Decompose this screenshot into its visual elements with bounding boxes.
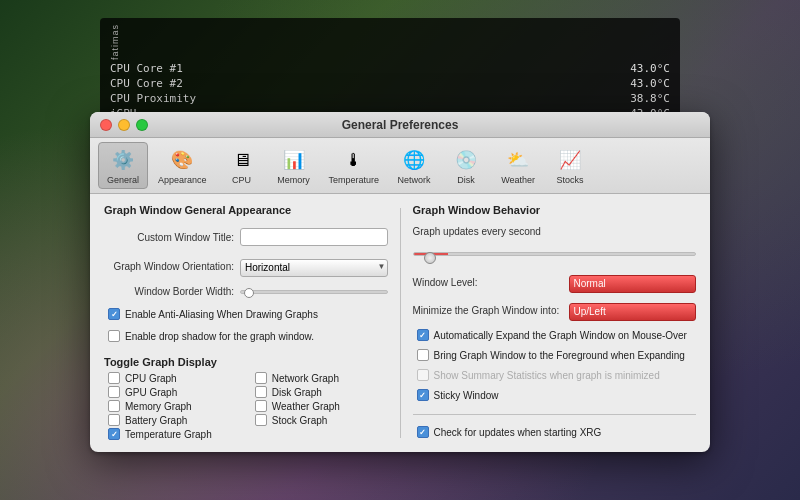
foreground-checkbox[interactable]	[417, 349, 429, 361]
cpu-graph-label: CPU Graph	[125, 373, 177, 384]
border-width-label: Window Border Width:	[104, 286, 234, 297]
sticky-checkbox[interactable]	[417, 389, 429, 401]
cpu-graph-checkbox[interactable]	[108, 372, 120, 384]
toolbar-stocks[interactable]: 📈 Stocks	[545, 143, 595, 188]
network-icon: 🌐	[400, 146, 428, 174]
left-section-title: Graph Window General Appearance	[104, 204, 388, 216]
speed-thumb[interactable]	[424, 252, 436, 264]
dropshadow-row: Enable drop shadow for the graph window.	[104, 330, 388, 342]
toolbar-disk[interactable]: 💿 Disk	[441, 143, 491, 188]
battery-graph-label: Battery Graph	[125, 415, 187, 426]
weather-graph-label: Weather Graph	[272, 401, 340, 412]
stock-graph-checkbox[interactable]	[255, 414, 267, 426]
border-width-track	[240, 290, 388, 294]
vertical-divider	[400, 208, 401, 438]
cpu-graph-row: CPU Graph	[104, 372, 241, 384]
minimize-button[interactable]	[118, 119, 130, 131]
appearance-icon: 🎨	[168, 146, 196, 174]
sticky-label: Sticky Window	[434, 390, 499, 401]
minimize-select[interactable]: Up/Left Down/Right	[569, 303, 697, 321]
general-icon: ⚙️	[109, 146, 137, 174]
border-width-row: Window Border Width:	[104, 286, 388, 297]
sensor-row-2: CPU Core #2 43.0°C	[110, 77, 670, 90]
dropshadow-label: Enable drop shadow for the graph window.	[125, 331, 314, 342]
custom-title-row: Custom Window Title:	[104, 228, 388, 246]
toolbar-temperature[interactable]: 🌡 Temperature	[321, 143, 388, 188]
stock-graph-row: Stock Graph	[251, 414, 388, 426]
cpu-icon: 🖥	[228, 146, 256, 174]
memory-graph-checkbox[interactable]	[108, 400, 120, 412]
orientation-row: Graph Window Orientation: Horizontal Ver…	[104, 257, 388, 275]
battery-graph-checkbox[interactable]	[108, 414, 120, 426]
temperature-graph-checkbox[interactable]	[108, 428, 120, 440]
network-graph-row: Network Graph	[251, 372, 388, 384]
right-divider	[413, 414, 697, 415]
minimize-select-wrap: Up/Left Down/Right	[569, 301, 697, 319]
close-button[interactable]	[100, 119, 112, 131]
network-label: Network	[398, 175, 431, 185]
weather-label: Weather	[501, 175, 535, 185]
right-panel: Graph Window Behavior Graph updates ever…	[413, 204, 697, 442]
disk-graph-row: Disk Graph	[251, 386, 388, 398]
memory-graph-label: Memory Graph	[125, 401, 192, 412]
border-width-slider-wrap	[240, 290, 388, 294]
toggle-section: Toggle Graph Display CPU Graph GPU Graph	[104, 356, 388, 442]
foreground-row: Bring Graph Window to the Foreground whe…	[413, 349, 697, 361]
summary-row: Show Summary Statistics when graph is mi…	[413, 369, 697, 381]
dropshadow-checkbox[interactable]	[108, 330, 120, 342]
weather-graph-row: Weather Graph	[251, 400, 388, 412]
updates-label: Check for updates when starting XRG	[434, 427, 602, 438]
temperature-label: Temperature	[329, 175, 380, 185]
antialiasing-checkbox[interactable]	[108, 308, 120, 320]
gpu-graph-checkbox[interactable]	[108, 386, 120, 398]
autoexpand-checkbox[interactable]	[417, 329, 429, 341]
summary-label: Show Summary Statistics when graph is mi…	[434, 370, 660, 381]
general-preferences-dialog: General Preferences ⚙️ General 🎨 Appeara…	[90, 112, 710, 452]
toggle-grid: CPU Graph GPU Graph Memory Graph Ba	[104, 372, 388, 442]
general-label: General	[107, 175, 139, 185]
window-level-row: Window Level: Normal Floating Desktop	[413, 273, 697, 291]
sticky-row: Sticky Window	[413, 389, 697, 401]
temperature-graph-row: Temperature Graph	[104, 428, 241, 440]
border-width-thumb[interactable]	[244, 288, 254, 298]
temperature-graph-label: Temperature Graph	[125, 429, 212, 440]
updates-checkbox[interactable]	[417, 426, 429, 438]
autoexpand-label: Automatically Expand the Graph Window on…	[434, 330, 687, 341]
toolbar-general[interactable]: ⚙️ General	[98, 142, 148, 189]
graph-updates-label: Graph updates every second	[413, 226, 697, 237]
speed-track	[413, 252, 697, 256]
window-level-select[interactable]: Normal Floating Desktop	[569, 275, 697, 293]
antialiasing-row: Enable Anti-Aliasing When Drawing Graphs	[104, 308, 388, 320]
toolbar-appearance[interactable]: 🎨 Appearance	[150, 143, 215, 188]
toolbar-weather[interactable]: ⛅ Weather	[493, 143, 543, 188]
titlebar: General Preferences	[90, 112, 710, 138]
disk-graph-checkbox[interactable]	[255, 386, 267, 398]
sensor-row-3: CPU Proximity 38.8°C	[110, 92, 670, 105]
cpu-label: CPU	[232, 175, 251, 185]
window-level-select-wrap: Normal Floating Desktop	[569, 273, 697, 291]
network-graph-label: Network Graph	[272, 373, 339, 384]
appearance-label: Appearance	[158, 175, 207, 185]
orientation-select[interactable]: Horizontal Vertical	[240, 259, 388, 277]
disk-icon: 💿	[452, 146, 480, 174]
toolbar-memory[interactable]: 📊 Memory	[269, 143, 319, 188]
memory-graph-row: Memory Graph	[104, 400, 241, 412]
network-graph-checkbox[interactable]	[255, 372, 267, 384]
toolbar-network[interactable]: 🌐 Network	[389, 143, 439, 188]
minimize-row: Minimize the Graph Window into: Up/Left …	[413, 301, 697, 319]
sensor-bar-label: fatimas	[110, 24, 670, 60]
toolbar-cpu[interactable]: 🖥 CPU	[217, 143, 267, 188]
memory-label: Memory	[277, 175, 310, 185]
sensor-row-1: CPU Core #1 43.0°C	[110, 62, 670, 75]
custom-title-input[interactable]	[240, 228, 388, 246]
summary-checkbox[interactable]	[417, 369, 429, 381]
weather-graph-checkbox[interactable]	[255, 400, 267, 412]
memory-icon: 📊	[280, 146, 308, 174]
maximize-button[interactable]	[136, 119, 148, 131]
content-area: Graph Window General Appearance Custom W…	[90, 194, 710, 452]
toggle-left-col: CPU Graph GPU Graph Memory Graph Ba	[104, 372, 241, 442]
custom-title-label: Custom Window Title:	[104, 232, 234, 243]
gpu-graph-row: GPU Graph	[104, 386, 241, 398]
stock-graph-label: Stock Graph	[272, 415, 328, 426]
gpu-graph-label: GPU Graph	[125, 387, 177, 398]
